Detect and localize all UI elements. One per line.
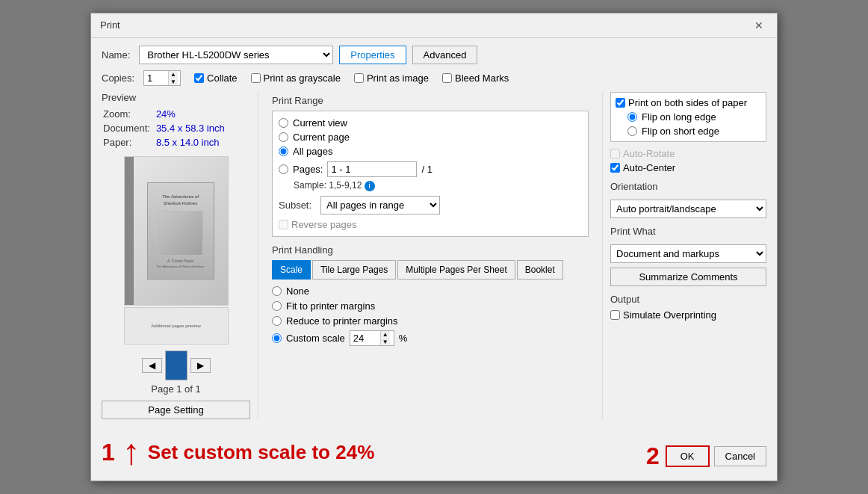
left-panel: Preview Zoom: 24% Document: 35.4 x 58.3 … — [102, 92, 258, 419]
document-label: Document: — [103, 122, 155, 135]
next-page-button[interactable]: ▶ — [190, 358, 211, 373]
bleed-marks-label[interactable]: Bleed Marks — [442, 72, 509, 84]
fit-label[interactable]: Fit to printer margins — [272, 300, 589, 312]
reverse-pages-checkbox[interactable] — [279, 220, 288, 229]
dialog-actions: OK Cancel — [666, 445, 766, 467]
auto-center-label[interactable]: Auto-Center — [610, 162, 766, 173]
orientation-select[interactable]: Auto portrait/landscape — [610, 200, 766, 218]
properties-button[interactable]: Properties — [339, 46, 406, 64]
page-indicator: Page 1 of 1 — [102, 383, 250, 395]
zoom-value: 24% — [156, 108, 225, 120]
flip-short-label[interactable]: Flip on short edge — [627, 126, 761, 137]
prev-page-button[interactable]: ◀ — [142, 358, 162, 373]
center-panel: Print Range Current view Current page — [266, 92, 595, 419]
reduce-label[interactable]: Reduce to printer margins — [272, 315, 589, 327]
flip-short-radio[interactable] — [627, 126, 637, 136]
tab-row: Scale Tile Large Pages Multiple Pages Pe… — [272, 260, 589, 280]
bottom-bar: 1 ↑ Set custom scale to 24% 2 OK Cancel — [91, 427, 777, 481]
collate-label[interactable]: Collate — [194, 72, 237, 84]
scale-options: None Fit to printer margins Reduce to pr… — [272, 285, 589, 346]
arrow-up-icon: ↑ — [123, 434, 140, 470]
page-thumb — [165, 351, 187, 380]
step2-number: 2 — [646, 442, 660, 470]
preview-image: The Adventures ofSherlock Holmes A. Cona… — [124, 156, 229, 306]
printer-select[interactable]: Brother HL-L5200DW series — [139, 46, 333, 64]
paper-value: 8.5 x 14.0 inch — [156, 136, 225, 149]
tab-tile-large[interactable]: Tile Large Pages — [312, 260, 396, 280]
duplex-group: Print on both sides of paper Flip on lon… — [610, 92, 766, 142]
annotation-area: 1 ↑ Set custom scale to 24% — [102, 434, 374, 470]
none-radio[interactable] — [272, 286, 282, 296]
current-page-radio[interactable] — [279, 132, 288, 142]
flip-long-label[interactable]: Flip on long edge — [627, 111, 761, 123]
subset-row: Subset: All pages in range — [279, 196, 582, 214]
print-handling-title: Print Handling — [272, 244, 589, 256]
print-range-title: Print Range — [272, 95, 589, 106]
print-image-label[interactable]: Print as image — [354, 72, 429, 84]
auto-center-checkbox[interactable] — [610, 163, 620, 173]
custom-row: Custom scale ▲ ▼ % — [272, 330, 589, 346]
print-grayscale-checkbox[interactable] — [251, 73, 261, 83]
collate-checkbox[interactable] — [194, 73, 204, 83]
ok-cancel-area: 2 OK Cancel — [646, 442, 766, 470]
ok-button[interactable]: OK — [666, 445, 710, 467]
instruction-text: Set custom scale to 24% — [148, 441, 374, 464]
preview-label: Preview — [102, 92, 250, 103]
tab-multiple-pages[interactable]: Multiple Pages Per Sheet — [397, 260, 515, 280]
all-pages-radio[interactable] — [279, 146, 288, 156]
scale-down[interactable]: ▼ — [380, 339, 390, 346]
reduce-radio[interactable] — [272, 316, 282, 326]
pages-row: Pages: / 1 — [279, 161, 582, 177]
scale-up[interactable]: ▲ — [380, 331, 390, 339]
header-checkboxes: Collate Print as grayscale Print as imag… — [194, 72, 766, 84]
info-icon[interactable]: i — [365, 181, 375, 191]
copies-input[interactable] — [144, 71, 168, 85]
bleed-marks-checkbox[interactable] — [442, 73, 452, 83]
summarize-button[interactable]: Summarize Comments — [610, 268, 766, 286]
advanced-button[interactable]: Advanced — [412, 46, 478, 64]
meta-table: Zoom: 24% Document: 35.4 x 58.3 inch Pap… — [102, 106, 226, 150]
reverse-pages-label[interactable]: Reverse pages — [279, 219, 582, 230]
subset-select[interactable]: All pages in range — [320, 196, 440, 214]
auto-rotate-checkbox[interactable] — [610, 149, 620, 158]
scale-input[interactable] — [350, 331, 380, 345]
pages-label[interactable]: Pages: — [279, 164, 323, 175]
print-dialog: Print ✕ Name: Brother HL-L5200DW series … — [90, 13, 778, 481]
simulate-label[interactable]: Simulate Overprinting — [610, 309, 766, 321]
document-value: 35.4 x 58.3 inch — [156, 122, 225, 135]
pages-radio[interactable] — [279, 164, 288, 174]
auto-rotate-label[interactable]: Auto-Rotate — [610, 148, 766, 159]
custom-scale-label[interactable]: Custom scale — [272, 333, 345, 344]
tab-booklet[interactable]: Booklet — [517, 260, 563, 280]
all-pages-label[interactable]: All pages — [279, 146, 582, 157]
print-grayscale-label[interactable]: Print as grayscale — [251, 72, 341, 84]
output-title: Output — [610, 294, 766, 305]
current-page-label[interactable]: Current page — [279, 132, 582, 143]
duplex-label[interactable]: Print on both sides of paper — [616, 97, 761, 108]
none-label[interactable]: None — [272, 285, 589, 297]
current-view-radio[interactable] — [279, 118, 288, 128]
right-panel: Print on both sides of paper Flip on lon… — [602, 92, 766, 419]
simulate-checkbox[interactable] — [610, 310, 620, 320]
close-button[interactable]: ✕ — [750, 18, 768, 33]
pages-input[interactable] — [327, 161, 417, 177]
orientation-title: Orientation — [610, 181, 766, 192]
duplex-checkbox[interactable] — [616, 98, 625, 108]
custom-radio[interactable] — [272, 333, 282, 343]
cancel-button[interactable]: Cancel — [714, 446, 766, 466]
copies-input-wrap: ▲ ▼ — [143, 70, 181, 86]
flip-long-radio[interactable] — [627, 112, 637, 122]
tab-scale[interactable]: Scale — [272, 260, 311, 280]
print-what-title: Print What — [610, 226, 766, 237]
current-view-label[interactable]: Current view — [279, 117, 582, 129]
page-setting-button[interactable]: Page Setting — [102, 401, 250, 419]
fit-radio[interactable] — [272, 301, 282, 311]
dialog-title: Print — [100, 19, 120, 31]
paper-label: Paper: — [103, 136, 155, 149]
copies-down[interactable]: ▼ — [168, 78, 178, 86]
thumbnail-strip: ◀ ▶ — [102, 351, 250, 380]
print-image-checkbox[interactable] — [354, 73, 364, 83]
sample-text: Sample: 1,5-9,12 i — [294, 180, 582, 191]
print-what-select[interactable]: Document and markups — [610, 244, 766, 263]
copies-up[interactable]: ▲ — [168, 71, 178, 78]
